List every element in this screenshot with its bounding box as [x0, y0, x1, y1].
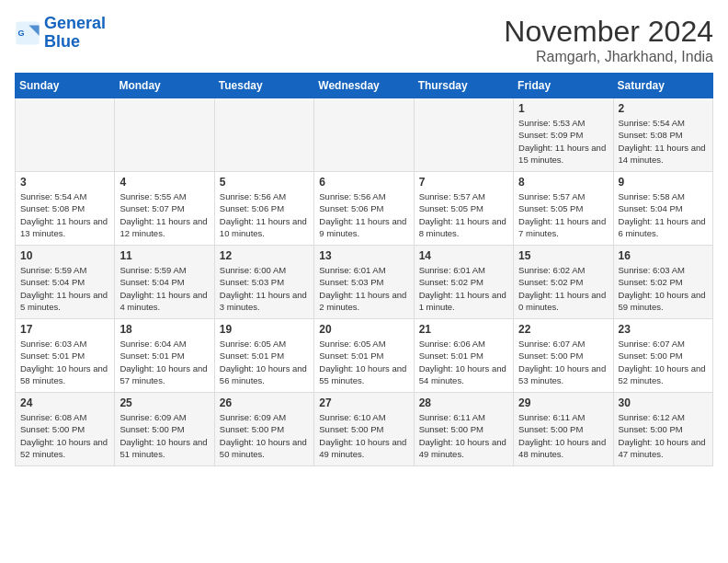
- day-number: 13: [319, 249, 408, 262]
- day-info: Sunrise: 5:55 AM Sunset: 5:07 PM Dayligh…: [119, 190, 209, 239]
- day-number: 25: [119, 396, 209, 409]
- day-info: Sunrise: 5:57 AM Sunset: 5:05 PM Dayligh…: [518, 190, 608, 239]
- day-cell: 17Sunrise: 6:03 AM Sunset: 5:01 PM Dayli…: [16, 319, 115, 393]
- day-info: Sunrise: 5:53 AM Sunset: 5:09 PM Dayligh…: [518, 117, 608, 166]
- day-number: 18: [119, 323, 209, 336]
- day-number: 17: [20, 323, 109, 336]
- day-cell: 26Sunrise: 6:09 AM Sunset: 5:00 PM Dayli…: [214, 393, 313, 466]
- day-info: Sunrise: 5:59 AM Sunset: 5:04 PM Dayligh…: [20, 264, 109, 313]
- day-cell: 5Sunrise: 5:56 AM Sunset: 5:06 PM Daylig…: [214, 172, 313, 246]
- day-info: Sunrise: 6:01 AM Sunset: 5:02 PM Dayligh…: [419, 264, 508, 313]
- week-row-5: 24Sunrise: 6:08 AM Sunset: 5:00 PM Dayli…: [16, 393, 713, 466]
- week-row-4: 17Sunrise: 6:03 AM Sunset: 5:01 PM Dayli…: [16, 319, 713, 393]
- day-cell: 3Sunrise: 5:54 AM Sunset: 5:08 PM Daylig…: [16, 172, 115, 246]
- day-info: Sunrise: 6:00 AM Sunset: 5:03 PM Dayligh…: [220, 264, 309, 313]
- day-cell: 23Sunrise: 6:07 AM Sunset: 5:00 PM Dayli…: [613, 319, 712, 393]
- day-cell: 7Sunrise: 5:57 AM Sunset: 5:05 PM Daylig…: [414, 172, 513, 246]
- day-info: Sunrise: 6:03 AM Sunset: 5:01 PM Dayligh…: [20, 338, 109, 386]
- day-number: 21: [419, 323, 508, 336]
- day-number: 15: [518, 249, 608, 262]
- day-number: 10: [20, 249, 109, 262]
- day-number: 1: [518, 102, 608, 115]
- day-cell: 22Sunrise: 6:07 AM Sunset: 5:00 PM Dayli…: [514, 319, 613, 393]
- day-info: Sunrise: 5:59 AM Sunset: 5:04 PM Dayligh…: [119, 264, 209, 313]
- day-number: 7: [419, 176, 508, 189]
- day-cell: 30Sunrise: 6:12 AM Sunset: 5:00 PM Dayli…: [613, 393, 712, 466]
- day-info: Sunrise: 6:03 AM Sunset: 5:02 PM Dayligh…: [619, 264, 708, 313]
- day-cell: 6Sunrise: 5:56 AM Sunset: 5:06 PM Daylig…: [314, 172, 414, 246]
- calendar-table: SundayMondayTuesdayWednesdayThursdayFrid…: [15, 73, 713, 466]
- weekday-header-row: SundayMondayTuesdayWednesdayThursdayFrid…: [16, 74, 713, 98]
- day-cell: 20Sunrise: 6:05 AM Sunset: 5:01 PM Dayli…: [314, 319, 414, 393]
- day-cell: [115, 98, 214, 172]
- day-number: 19: [220, 323, 309, 336]
- day-number: 4: [119, 176, 209, 189]
- day-info: Sunrise: 5:54 AM Sunset: 5:08 PM Dayligh…: [619, 117, 708, 166]
- day-cell: 28Sunrise: 6:11 AM Sunset: 5:00 PM Dayli…: [414, 393, 513, 466]
- logo-text: General Blue: [44, 15, 106, 52]
- day-number: 26: [220, 396, 309, 409]
- day-info: Sunrise: 6:09 AM Sunset: 5:00 PM Dayligh…: [220, 411, 309, 460]
- day-cell: 16Sunrise: 6:03 AM Sunset: 5:02 PM Dayli…: [613, 246, 712, 319]
- weekday-header-tuesday: Tuesday: [214, 74, 313, 98]
- weekday-header-friday: Friday: [514, 74, 613, 98]
- day-cell: 27Sunrise: 6:10 AM Sunset: 5:00 PM Dayli…: [314, 393, 414, 466]
- day-cell: 21Sunrise: 6:06 AM Sunset: 5:01 PM Dayli…: [414, 319, 513, 393]
- day-info: Sunrise: 6:04 AM Sunset: 5:01 PM Dayligh…: [119, 338, 209, 386]
- day-number: 23: [619, 323, 708, 336]
- day-number: 12: [220, 249, 309, 262]
- day-number: 3: [20, 176, 109, 189]
- week-row-3: 10Sunrise: 5:59 AM Sunset: 5:04 PM Dayli…: [16, 246, 713, 319]
- day-number: 30: [619, 396, 708, 409]
- day-cell: 11Sunrise: 5:59 AM Sunset: 5:04 PM Dayli…: [115, 246, 214, 319]
- day-info: Sunrise: 5:57 AM Sunset: 5:05 PM Dayligh…: [419, 190, 508, 239]
- weekday-header-monday: Monday: [115, 74, 214, 98]
- weekday-header-saturday: Saturday: [613, 74, 712, 98]
- weekday-header-thursday: Thursday: [414, 74, 513, 98]
- day-cell: 9Sunrise: 5:58 AM Sunset: 5:04 PM Daylig…: [613, 172, 712, 246]
- day-cell: 12Sunrise: 6:00 AM Sunset: 5:03 PM Dayli…: [214, 246, 313, 319]
- month-title: November 2024: [504, 15, 713, 49]
- day-number: 27: [319, 396, 408, 409]
- day-cell: 1Sunrise: 5:53 AM Sunset: 5:09 PM Daylig…: [514, 98, 613, 172]
- logo-icon: G: [15, 20, 40, 46]
- day-cell: 18Sunrise: 6:04 AM Sunset: 5:01 PM Dayli…: [115, 319, 214, 393]
- day-info: Sunrise: 5:56 AM Sunset: 5:06 PM Dayligh…: [319, 190, 408, 239]
- svg-text:G: G: [18, 29, 25, 38]
- logo: G General Blue: [15, 15, 106, 52]
- day-info: Sunrise: 6:05 AM Sunset: 5:01 PM Dayligh…: [319, 338, 408, 386]
- day-info: Sunrise: 5:58 AM Sunset: 5:04 PM Dayligh…: [619, 190, 708, 239]
- day-cell: 10Sunrise: 5:59 AM Sunset: 5:04 PM Dayli…: [16, 246, 115, 319]
- day-info: Sunrise: 6:02 AM Sunset: 5:02 PM Dayligh…: [518, 264, 608, 313]
- day-number: 20: [319, 323, 408, 336]
- day-number: 5: [220, 176, 309, 189]
- day-number: 24: [20, 396, 109, 409]
- day-info: Sunrise: 6:12 AM Sunset: 5:00 PM Dayligh…: [619, 411, 708, 460]
- header: G General Blue November 2024 Ramgarh, Jh…: [15, 15, 713, 65]
- day-cell: 24Sunrise: 6:08 AM Sunset: 5:00 PM Dayli…: [16, 393, 115, 466]
- day-cell: [16, 98, 115, 172]
- day-cell: 19Sunrise: 6:05 AM Sunset: 5:01 PM Dayli…: [214, 319, 313, 393]
- location-title: Ramgarh, Jharkhand, India: [504, 49, 713, 65]
- day-info: Sunrise: 6:11 AM Sunset: 5:00 PM Dayligh…: [518, 411, 608, 460]
- day-info: Sunrise: 6:07 AM Sunset: 5:00 PM Dayligh…: [518, 338, 608, 386]
- day-info: Sunrise: 5:54 AM Sunset: 5:08 PM Dayligh…: [20, 190, 109, 239]
- logo-line1: General: [44, 14, 106, 32]
- day-info: Sunrise: 6:11 AM Sunset: 5:00 PM Dayligh…: [419, 411, 508, 460]
- day-cell: 25Sunrise: 6:09 AM Sunset: 5:00 PM Dayli…: [115, 393, 214, 466]
- weekday-header-wednesday: Wednesday: [314, 74, 414, 98]
- day-number: 22: [518, 323, 608, 336]
- day-cell: [214, 98, 313, 172]
- day-info: Sunrise: 6:06 AM Sunset: 5:01 PM Dayligh…: [419, 338, 508, 386]
- weekday-header-sunday: Sunday: [16, 74, 115, 98]
- day-number: 8: [518, 176, 608, 189]
- day-number: 6: [319, 176, 408, 189]
- day-info: Sunrise: 6:05 AM Sunset: 5:01 PM Dayligh…: [220, 338, 309, 386]
- day-info: Sunrise: 5:56 AM Sunset: 5:06 PM Dayligh…: [220, 190, 309, 239]
- day-cell: [414, 98, 513, 172]
- day-info: Sunrise: 6:08 AM Sunset: 5:00 PM Dayligh…: [20, 411, 109, 460]
- day-cell: 13Sunrise: 6:01 AM Sunset: 5:03 PM Dayli…: [314, 246, 414, 319]
- calendar-body: 1Sunrise: 5:53 AM Sunset: 5:09 PM Daylig…: [16, 98, 713, 466]
- day-cell: 14Sunrise: 6:01 AM Sunset: 5:02 PM Dayli…: [414, 246, 513, 319]
- day-cell: 2Sunrise: 5:54 AM Sunset: 5:08 PM Daylig…: [613, 98, 712, 172]
